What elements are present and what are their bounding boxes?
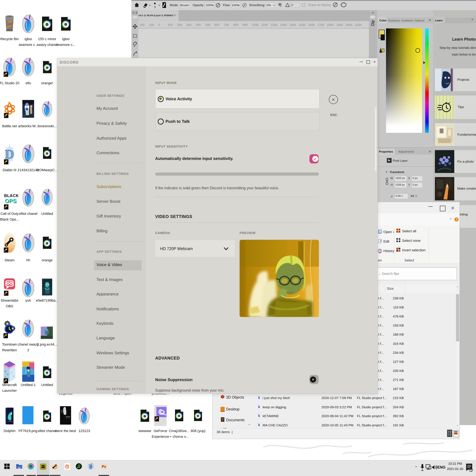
svg-text:1: 1 [470,468,472,472]
svg-text:Smoothing:: Smoothing: [249,3,265,7]
svg-text:∨: ∨ [187,4,189,6]
svg-text:0%: 0% [267,3,271,7]
svg-text:∨: ∨ [212,4,214,6]
svg-text:∨: ∨ [149,4,151,6]
svg-text:D: D [5,147,14,161]
svg-text:Brush: Brush [180,3,188,7]
svg-text:0°: 0° [291,4,293,7]
svg-text:Opacity:: Opacity: [193,3,204,7]
svg-text:∨: ∨ [273,4,274,6]
svg-text:Flow:: Flow: [223,3,230,7]
svg-text:9: 9 [154,6,156,9]
svg-text:∨: ∨ [158,4,160,6]
svg-text:Mode:: Mode: [170,3,179,7]
svg-text:∨: ∨ [238,4,239,6]
